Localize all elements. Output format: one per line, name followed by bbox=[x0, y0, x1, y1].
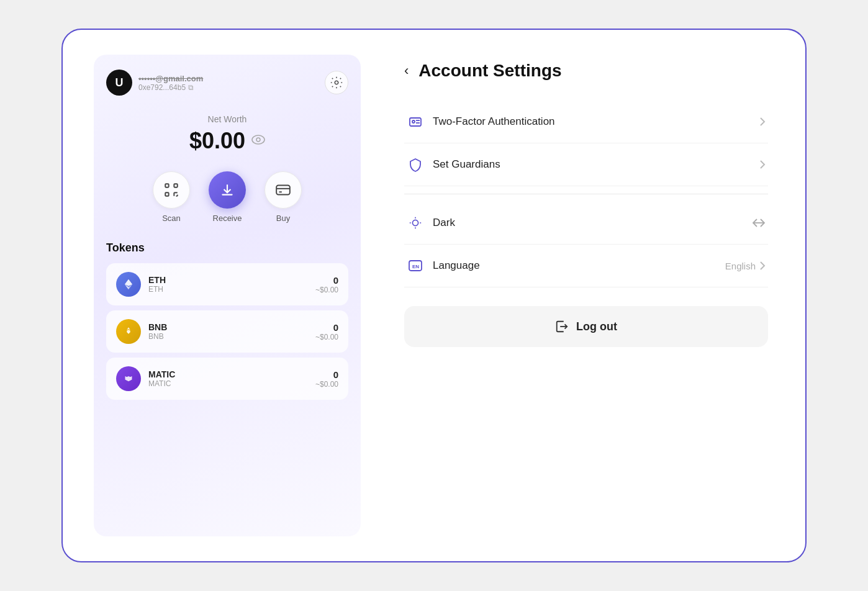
svg-text:EN: EN bbox=[412, 264, 419, 269]
matic-icon bbox=[116, 366, 141, 391]
2fa-icon bbox=[407, 113, 424, 130]
eth-icon bbox=[116, 272, 141, 297]
buy-icon-circle bbox=[264, 171, 302, 209]
bnb-value: 0 ~$0.00 bbox=[315, 322, 338, 341]
user-email: ••••••@gmail.com bbox=[138, 74, 203, 83]
bnb-name: BNB bbox=[148, 322, 308, 332]
settings-item-guardians[interactable]: Set Guardians bbox=[404, 143, 768, 186]
net-worth-label: Net Worth bbox=[106, 114, 348, 124]
wallet-info: ••••••@gmail.com 0xe792...64b5 ⧉ bbox=[138, 74, 203, 92]
svg-point-1 bbox=[252, 135, 264, 144]
scan-icon-circle bbox=[153, 171, 190, 209]
matic-value: 0 ~$0.00 bbox=[315, 369, 338, 389]
language-value-row: English bbox=[725, 261, 766, 271]
logout-label: Log out bbox=[576, 320, 617, 333]
matic-amount: 0 bbox=[315, 369, 338, 380]
eth-value: 0 ~$0.00 bbox=[315, 275, 338, 294]
settings-item-theme[interactable]: Dark bbox=[404, 202, 768, 245]
settings-item-language[interactable]: EN Language English bbox=[404, 245, 768, 287]
avatar: U bbox=[106, 70, 132, 96]
actions-row: Scan Receive bbox=[106, 171, 348, 223]
settings-header: ‹ Account Settings bbox=[404, 61, 768, 81]
svg-marker-17 bbox=[127, 327, 130, 330]
logout-button[interactable]: Log out bbox=[404, 306, 768, 347]
tokens-title: Tokens bbox=[106, 241, 348, 255]
theme-icon bbox=[407, 214, 424, 232]
eth-usd: ~$0.00 bbox=[315, 286, 338, 294]
receive-label: Receive bbox=[213, 214, 242, 223]
svg-rect-10 bbox=[222, 194, 232, 196]
eth-details: ETH ETH bbox=[148, 275, 308, 294]
2fa-left: Two-Factor Authentication bbox=[407, 113, 555, 130]
eth-amount: 0 bbox=[315, 275, 338, 286]
matic-details: MATIC MATIC bbox=[148, 369, 308, 388]
matic-usd: ~$0.00 bbox=[315, 380, 338, 389]
theme-swap bbox=[752, 218, 766, 228]
settings-item-2fa[interactable]: Two-Factor Authentication bbox=[404, 101, 768, 143]
2fa-arrow bbox=[759, 117, 766, 127]
svg-point-21 bbox=[412, 120, 415, 123]
bnb-symbol: BNB bbox=[148, 332, 308, 341]
token-item-bnb[interactable]: BNB BNB 0 ~$0.00 bbox=[106, 310, 348, 353]
theme-left: Dark bbox=[407, 214, 455, 232]
wallet-user: U ••••••@gmail.com 0xe792...64b5 ⧉ bbox=[106, 70, 203, 96]
scan-label: Scan bbox=[162, 214, 181, 223]
svg-rect-20 bbox=[410, 118, 421, 126]
token-list: ETH ETH 0 ~$0.00 bbox=[106, 263, 348, 400]
svg-point-2 bbox=[256, 138, 260, 142]
svg-rect-11 bbox=[276, 185, 290, 194]
svg-rect-5 bbox=[165, 192, 168, 196]
settings-button[interactable] bbox=[325, 71, 348, 94]
wallet-header: U ••••••@gmail.com 0xe792...64b5 ⧉ bbox=[106, 70, 348, 96]
language-value: English bbox=[725, 261, 756, 271]
eye-icon[interactable] bbox=[251, 135, 265, 148]
token-item-matic[interactable]: MATIC MATIC 0 ~$0.00 bbox=[106, 358, 348, 400]
language-label: Language bbox=[433, 259, 480, 272]
app-frame: U ••••••@gmail.com 0xe792...64b5 ⧉ Net W… bbox=[61, 29, 807, 562]
token-item-eth[interactable]: ETH ETH 0 ~$0.00 bbox=[106, 263, 348, 305]
svg-marker-14 bbox=[125, 279, 132, 286]
buy-label: Buy bbox=[276, 214, 290, 223]
svg-point-24 bbox=[412, 220, 418, 225]
eth-symbol: ETH bbox=[148, 285, 308, 294]
tokens-section: Tokens ETH ETH bbox=[106, 241, 348, 521]
settings-list: Two-Factor Authentication Set Guar bbox=[404, 101, 768, 287]
buy-button[interactable]: Buy bbox=[264, 171, 302, 223]
net-worth-section: Net Worth $0.00 bbox=[106, 114, 348, 154]
bnb-details: BNB BNB bbox=[148, 322, 308, 341]
svg-rect-4 bbox=[174, 184, 177, 187]
guardian-icon bbox=[407, 156, 424, 173]
bnb-icon bbox=[116, 319, 141, 344]
matic-name: MATIC bbox=[148, 369, 308, 379]
copy-icon[interactable]: ⧉ bbox=[188, 83, 194, 92]
guardians-left: Set Guardians bbox=[407, 156, 500, 173]
settings-title: Account Settings bbox=[418, 61, 561, 81]
svg-point-19 bbox=[127, 330, 130, 333]
language-left: EN Language bbox=[407, 257, 480, 274]
back-button[interactable]: ‹ bbox=[404, 63, 409, 79]
bnb-usd: ~$0.00 bbox=[315, 333, 338, 341]
wallet-address: 0xe792...64b5 ⧉ bbox=[138, 83, 203, 92]
scan-button[interactable]: Scan bbox=[153, 171, 190, 223]
guardians-arrow bbox=[759, 160, 766, 169]
receive-icon-circle bbox=[209, 171, 246, 209]
language-icon: EN bbox=[407, 257, 424, 274]
eth-name: ETH bbox=[148, 275, 308, 285]
receive-button[interactable]: Receive bbox=[209, 171, 246, 223]
settings-panel: ‹ Account Settings Two-Factor Authentica… bbox=[392, 55, 774, 536]
matic-symbol: MATIC bbox=[148, 379, 308, 388]
2fa-label: Two-Factor Authentication bbox=[433, 115, 555, 128]
wallet-panel: U ••••••@gmail.com 0xe792...64b5 ⧉ Net W… bbox=[94, 55, 361, 536]
guardians-label: Set Guardians bbox=[433, 158, 500, 171]
divider bbox=[404, 194, 768, 194]
theme-label: Dark bbox=[433, 217, 455, 229]
svg-point-0 bbox=[335, 81, 338, 84]
bnb-amount: 0 bbox=[315, 322, 338, 333]
svg-rect-3 bbox=[165, 184, 168, 187]
net-worth-value: $0.00 bbox=[106, 128, 348, 154]
